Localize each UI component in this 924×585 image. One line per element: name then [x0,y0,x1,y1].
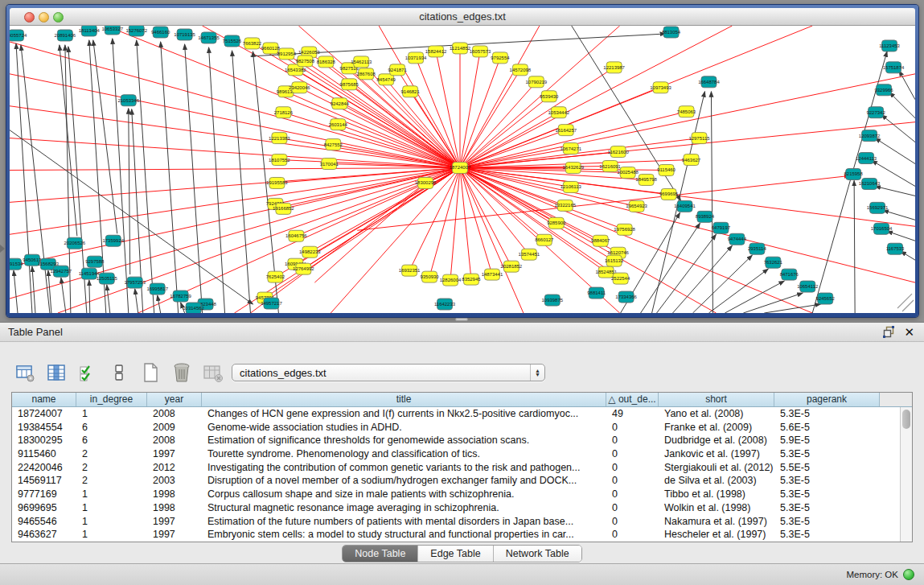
graph-edge[interactable] [460,168,812,313]
table-row[interactable]: 946362711997Embryonic stem cells: a mode… [12,528,900,542]
graph-node[interactable]: 8427552 [324,139,343,150]
graph-node[interactable]: 2718126 [274,107,294,118]
graph-edge[interactable] [283,168,460,209]
graph-edge[interactable] [89,280,90,313]
graph-node[interactable]: 12826004 [440,274,462,286]
graph-edge[interactable] [10,42,460,168]
graph-node[interactable]: 11642233 [434,299,456,310]
graph-edge[interactable] [889,93,915,118]
graph-node[interactable]: 12764992 [293,263,314,274]
graph-node[interactable]: 10534442 [548,107,569,118]
graph-node[interactable]: 8660127 [535,234,554,245]
graph-node[interactable]: 8471676 [780,269,799,280]
graph-node[interactable]: 10371934 [405,52,427,64]
graph-node[interactable]: 21053346 [117,95,139,106]
graph-node[interactable]: 12942757 [51,266,72,277]
graph-node[interactable]: 12975115 [688,133,710,144]
column-header-name[interactable]: name [12,393,76,406]
graph-node[interactable]: 10674271 [560,143,581,154]
scrollbar-thumb[interactable] [902,410,910,429]
cells-icon[interactable] [109,362,129,383]
graph-edge[interactable] [10,168,460,171]
graph-edge[interactable] [209,47,225,313]
graph-node[interactable]: 10719135 [174,29,195,40]
graph-node[interactable]: 9881411 [587,287,606,299]
graph-node[interactable]: 18113404 [79,26,101,36]
graph-node[interactable]: 10025488 [617,167,639,179]
graph-node[interactable]: 9115460 [657,165,676,176]
delete-icon[interactable] [171,362,192,383]
graph-node[interactable]: 17957253 [124,277,146,288]
graph-node[interactable]: 20206526 [64,237,86,249]
column-visibility-icon[interactable] [46,362,67,383]
graph-node[interactable]: 9699695 [659,188,679,200]
graph-node[interactable]: 15692971 [867,202,889,213]
graph-edge[interactable] [899,71,915,100]
graph-node[interactable]: 2935114 [748,243,766,254]
graph-node[interactable]: 9285900 [547,217,566,229]
graph-node[interactable]: 9463627 [682,154,701,166]
table-mode-icon[interactable] [14,362,35,383]
delete-table-icon[interactable] [203,362,224,383]
column-header-year[interactable]: year [147,393,202,406]
memory-ok-indicator[interactable] [903,569,914,580]
graph-node[interactable]: 8813054 [662,27,681,38]
graph-node[interactable]: 2522544 [611,273,630,284]
table-row[interactable]: 946554611997Estimation of the future num… [12,515,900,529]
graph-node[interactable]: 2603144 [329,119,348,130]
graph-edge[interactable] [113,39,129,313]
graph-node[interactable]: 17359924 [102,235,124,246]
graph-node[interactable]: 8912954 [277,48,297,60]
graph-node[interactable]: 7663822 [243,38,262,49]
graph-edge[interactable] [10,106,460,168]
graph-edge[interactable] [711,92,713,313]
new-column-icon[interactable] [140,362,161,383]
column-header-short[interactable]: short [659,393,774,406]
graph-node[interactable]: 9241871 [388,64,408,76]
graph-edge[interactable] [299,88,460,168]
graph-edge[interactable] [854,180,855,313]
graph-node[interactable]: 11123453 [879,40,900,51]
graph-node[interactable]: 10654112 [797,281,819,292]
graph-node[interactable]: 16932351 [399,265,421,276]
table-row[interactable]: 1456911722003Disruption of a novel membe… [12,474,900,488]
graph-node[interactable]: 19654923 [626,200,647,212]
graph-node[interactable]: 13574451 [519,249,540,260]
column-header-pagerank[interactable]: pagerank [774,393,880,406]
graph-node[interactable]: 10939875 [542,295,564,306]
graph-node[interactable]: 17334366 [615,291,637,303]
graph-edge[interactable] [10,138,460,168]
graph-edge[interactable] [129,109,130,274]
graph-node[interactable]: 9350930 [420,271,439,282]
graph-node[interactable]: 9391534 [10,258,23,270]
graph-node[interactable]: 13322165 [554,200,576,211]
column-header-title[interactable]: title [202,393,606,406]
graph-edge[interactable] [460,112,687,168]
graph-node[interactable]: 9792554 [491,52,510,64]
graph-node[interactable]: 12505115 [97,273,118,284]
graph-node[interactable]: 1167533 [886,243,905,254]
graph-node[interactable]: 15751874 [883,62,905,73]
graph-edge[interactable] [48,270,51,313]
graph-node[interactable]: 9875685 [340,79,359,90]
close-panel-icon[interactable]: ✕ [904,324,914,340]
graph-node[interactable]: 7625402 [266,271,285,282]
table-vertical-scrollbar[interactable] [900,407,912,542]
graph-edge[interactable] [460,168,471,280]
graph-node[interactable]: 1615132 [605,255,624,266]
graph-node[interactable]: 15462113 [351,56,372,68]
graph-edge[interactable] [16,43,32,313]
graph-edge[interactable] [32,266,35,313]
tab-edge-table[interactable]: Edge Table [418,546,493,562]
table-selector-dropdown[interactable]: citations_edges.txt ▲▼ [232,364,545,381]
splitter-handle[interactable] [455,318,468,321]
graph-node[interactable]: 9242844 [331,98,350,109]
side-panel-collapse-arrow[interactable] [0,245,5,253]
graph-node[interactable]: 16210643 [859,178,881,189]
graph-node[interactable]: 20891406 [55,30,76,41]
graph-node[interactable]: 16995817 [146,283,168,295]
graph-node[interactable]: 9474444 [728,233,747,245]
graph-node[interactable]: 9466160 [151,27,170,38]
column-select-icon[interactable] [77,362,98,383]
graph-edge[interactable] [349,68,460,168]
